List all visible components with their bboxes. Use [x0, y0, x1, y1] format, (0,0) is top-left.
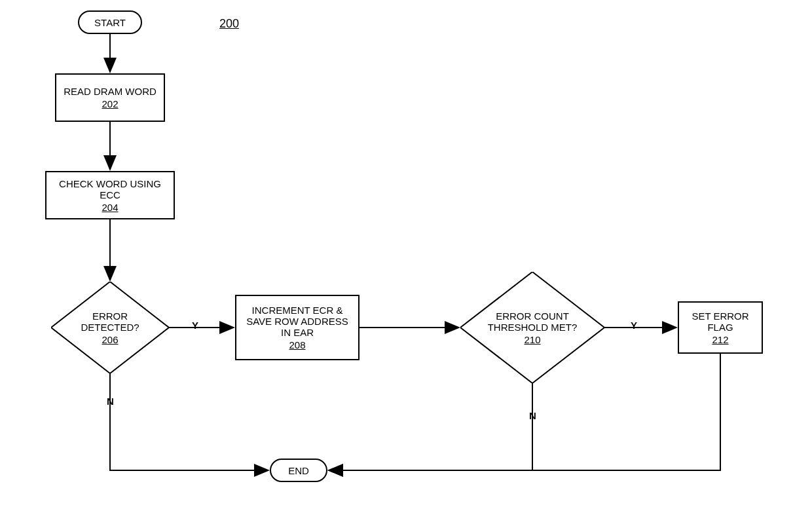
process-check-ecc: CHECK WORD USING ECC 204 [45, 171, 175, 219]
process-read-dram: READ DRAM WORD 202 [55, 73, 165, 122]
process-check-ecc-text: CHECK WORD USING ECC [49, 178, 171, 200]
terminator-end-label: END [288, 465, 309, 476]
decision-error-detected-text: ERROR DETECTED? [64, 310, 156, 333]
process-increment: INCREMENT ECR & SAVE ROW ADDRESS IN EAR … [235, 295, 360, 360]
figure-number: 200 [219, 17, 239, 31]
process-set-flag: SET ERROR FLAG 212 [678, 301, 763, 354]
edge-label-n1: N [107, 396, 114, 407]
decision-threshold-num: 210 [524, 334, 540, 345]
terminator-end: END [270, 459, 327, 482]
decision-threshold: ERROR COUNT THRESHOLD MET? 210 [460, 272, 604, 383]
decision-error-detected-num: 206 [101, 334, 118, 345]
process-increment-text: INCREMENT ECR & SAVE ROW ADDRESS IN EAR [242, 305, 353, 338]
decision-error-detected: ERROR DETECTED? 206 [51, 282, 169, 373]
process-set-flag-text: SET ERROR FLAG [682, 310, 759, 333]
edge-label-y2: Y [631, 320, 637, 331]
process-read-dram-text: READ DRAM WORD [64, 86, 157, 97]
terminator-start-label: START [94, 17, 126, 28]
terminator-start: START [78, 10, 142, 34]
process-check-ecc-num: 204 [101, 202, 118, 213]
edge-label-n2: N [529, 410, 536, 421]
decision-threshold-text: ERROR COUNT THRESHOLD MET? [477, 310, 588, 333]
process-set-flag-num: 212 [712, 334, 728, 345]
edge-label-y1: Y [192, 320, 198, 331]
process-increment-num: 208 [289, 339, 305, 350]
process-read-dram-num: 202 [101, 98, 118, 109]
